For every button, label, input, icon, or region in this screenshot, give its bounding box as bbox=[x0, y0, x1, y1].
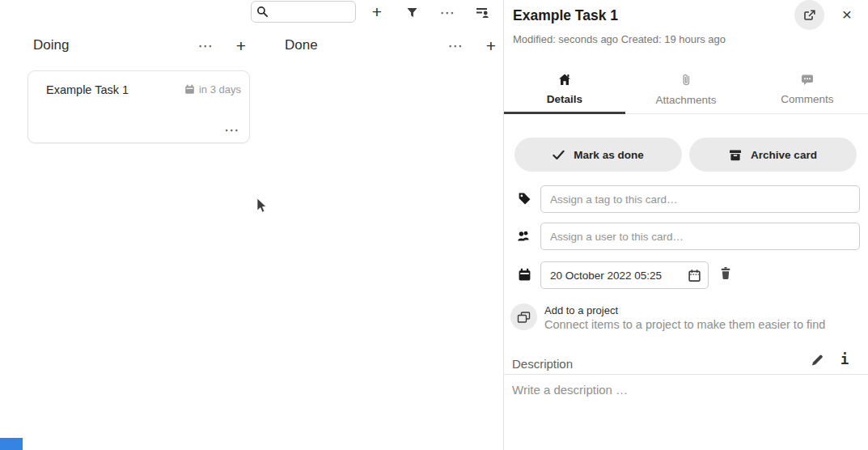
archive-card-label: Archive card bbox=[751, 149, 817, 161]
search-box[interactable] bbox=[251, 1, 356, 23]
search-icon bbox=[256, 6, 269, 18]
paperclip-icon bbox=[680, 74, 692, 87]
card-title: Example Task 1 bbox=[46, 83, 129, 96]
tab-comments-label: Comments bbox=[781, 93, 833, 105]
archive-box-icon bbox=[729, 149, 742, 161]
calendar-outline-icon bbox=[688, 269, 701, 282]
plus-icon: + bbox=[486, 37, 496, 54]
description-label: Description bbox=[512, 357, 573, 371]
edit-description-button[interactable] bbox=[811, 354, 824, 367]
assignee-filter-button[interactable] bbox=[472, 2, 492, 22]
trash-icon bbox=[719, 266, 732, 280]
add-to-project-title[interactable]: Add to a project bbox=[544, 304, 618, 316]
tab-attachments[interactable]: Attachments bbox=[625, 68, 747, 113]
tab-details[interactable]: Details bbox=[504, 68, 625, 113]
add-to-project-button[interactable] bbox=[510, 304, 537, 330]
close-icon: × bbox=[842, 5, 852, 23]
ellipsis-icon: ⋯ bbox=[198, 38, 214, 53]
pick-date-button[interactable] bbox=[688, 269, 701, 282]
home-icon bbox=[558, 74, 571, 86]
column-done-menu-button[interactable]: ⋯ bbox=[446, 36, 465, 55]
column-title-doing: Doing bbox=[33, 37, 69, 53]
add-card-button[interactable]: + bbox=[367, 2, 387, 21]
archive-card-button[interactable]: Archive card bbox=[689, 138, 857, 172]
column-done-add-button[interactable]: + bbox=[481, 36, 501, 55]
calendar-icon bbox=[518, 268, 531, 282]
assignee-filter-icon bbox=[476, 6, 489, 19]
close-panel-button[interactable]: × bbox=[837, 4, 857, 23]
panel-meta: Modified: seconds ago Created: 19 hours … bbox=[513, 33, 726, 45]
task-card[interactable]: Example Task 1 in 3 days ⋯ bbox=[28, 70, 250, 143]
ellipsis-icon: ⋯ bbox=[440, 5, 455, 20]
corner-blue-artifact bbox=[0, 438, 23, 450]
search-input[interactable] bbox=[272, 6, 353, 18]
add-to-project-subtitle: Connect items to a project to make them … bbox=[544, 318, 825, 331]
plus-icon: + bbox=[372, 3, 382, 20]
due-date-value: 20 October 2022 05:25 bbox=[550, 270, 688, 282]
pencil-icon bbox=[811, 354, 824, 367]
menu-button[interactable]: ⋯ bbox=[438, 2, 457, 22]
comment-icon bbox=[801, 74, 814, 86]
tab-details-label: Details bbox=[547, 93, 582, 105]
ellipsis-icon: ⋯ bbox=[448, 38, 464, 53]
column-title-done: Done bbox=[285, 37, 318, 53]
card-actions: Mark as done Archive card bbox=[514, 138, 857, 172]
plus-icon: + bbox=[236, 37, 246, 54]
panel-title: Example Task 1 bbox=[513, 7, 618, 24]
column-doing-menu-button[interactable]: ⋯ bbox=[196, 36, 215, 55]
tab-attachments-label: Attachments bbox=[655, 94, 716, 106]
mark-as-done-button[interactable]: Mark as done bbox=[514, 138, 682, 172]
card-due-date: in 3 days bbox=[184, 83, 241, 96]
calendar-icon bbox=[184, 84, 195, 95]
assign-user-input[interactable] bbox=[540, 223, 860, 250]
funnel-icon bbox=[406, 6, 418, 19]
detail-tabs: Details Attachments Comments bbox=[504, 68, 868, 114]
due-date-field[interactable]: 20 October 2022 05:25 bbox=[540, 261, 709, 289]
ellipsis-icon: ⋯ bbox=[224, 121, 239, 138]
assign-tag-input[interactable] bbox=[540, 185, 860, 213]
mark-as-done-label: Mark as done bbox=[574, 149, 643, 161]
task-detail-panel: Example Task 1 Modified: seconds ago Cre… bbox=[504, 0, 868, 450]
stack-icon bbox=[517, 311, 531, 324]
users-icon bbox=[517, 230, 531, 242]
description-info-button[interactable]: i bbox=[840, 351, 849, 367]
card-menu-button[interactable]: ⋯ bbox=[224, 122, 239, 138]
tag-icon bbox=[518, 192, 531, 206]
active-tab-underline bbox=[504, 112, 625, 114]
description-placeholder[interactable]: Write a description … bbox=[512, 383, 628, 397]
info-icon: i bbox=[840, 351, 849, 367]
description-divider bbox=[504, 374, 868, 375]
column-doing-add-button[interactable]: + bbox=[231, 36, 251, 55]
open-in-window-button[interactable] bbox=[794, 0, 824, 30]
card-due-label: in 3 days bbox=[199, 83, 241, 96]
remove-date-button[interactable] bbox=[719, 266, 732, 280]
open-in-new-window-icon bbox=[803, 9, 816, 22]
tab-comments[interactable]: Comments bbox=[747, 68, 868, 113]
mouse-cursor bbox=[256, 198, 268, 218]
check-icon bbox=[553, 150, 565, 160]
app-window: + ⋯ Doing ⋯ + Done ⋯ + Example Task 1 in… bbox=[0, 0, 868, 450]
filter-button[interactable] bbox=[402, 2, 421, 22]
